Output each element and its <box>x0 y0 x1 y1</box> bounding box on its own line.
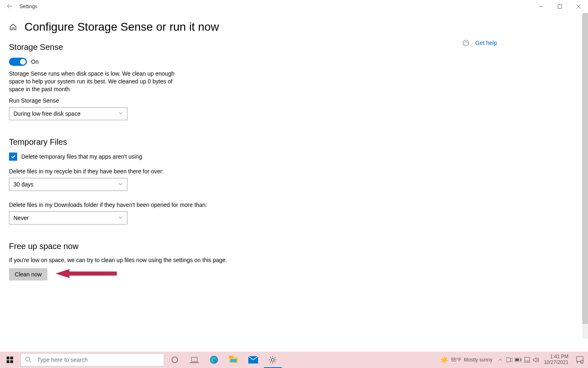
svg-line-24 <box>274 361 275 362</box>
page-title: Configure Storage Sense or run it now <box>24 20 219 34</box>
svg-rect-31 <box>525 357 530 361</box>
storage-sense-toggle-label: On <box>31 58 39 65</box>
search-icon <box>25 356 31 364</box>
temporary-files-heading: Temporary Files <box>9 137 262 147</box>
clock[interactable]: 1:41 PM 10/27/2021 <box>541 354 572 366</box>
home-icon[interactable] <box>9 23 17 31</box>
edge-icon[interactable] <box>204 352 224 368</box>
chevron-down-icon <box>118 181 123 188</box>
svg-rect-11 <box>192 357 197 361</box>
start-button[interactable] <box>0 352 20 368</box>
svg-rect-5 <box>7 357 9 359</box>
svg-rect-16 <box>230 359 237 362</box>
svg-line-25 <box>274 357 275 358</box>
svg-rect-29 <box>521 359 521 361</box>
storage-sense-heading: Storage Sense <box>9 43 262 52</box>
task-view-icon[interactable] <box>185 352 204 368</box>
chevron-down-icon <box>118 215 123 221</box>
settings-taskbar-icon[interactable] <box>263 352 283 368</box>
taskbar: ☀️ 55°F Mostly sunny 1:41 PM 10/27/2021 … <box>0 352 588 368</box>
delete-temp-checkbox-label: Delete temporary files that my apps aren… <box>21 153 142 160</box>
tray-overflow-icon[interactable] <box>496 352 505 368</box>
downloads-dropdown[interactable]: Never <box>9 211 127 224</box>
svg-point-4 <box>463 44 464 45</box>
page-header: Configure Storage Sense or run it now <box>9 20 588 34</box>
titlebar: Settings <box>0 0 588 13</box>
maximize-button[interactable] <box>550 0 569 13</box>
clock-time: 1:41 PM <box>544 354 568 360</box>
run-storage-sense-value: During low free disk space <box>13 110 80 117</box>
main-column: Storage Sense On Storage Sense runs when… <box>9 38 262 280</box>
svg-rect-7 <box>7 360 9 363</box>
svg-point-9 <box>26 357 30 361</box>
svg-line-26 <box>270 361 271 362</box>
window-title: Settings <box>20 4 37 9</box>
get-help-link[interactable]: Get help <box>462 39 497 47</box>
volume-icon[interactable] <box>532 352 541 368</box>
svg-rect-8 <box>10 360 13 363</box>
run-storage-sense-dropdown[interactable]: During low free disk space <box>9 107 127 120</box>
svg-rect-0 <box>558 5 562 9</box>
svg-rect-27 <box>506 358 510 362</box>
svg-point-18 <box>272 359 274 361</box>
delete-temp-checkbox[interactable] <box>9 153 17 161</box>
scrollbar[interactable] <box>582 13 588 339</box>
recycle-bin-value: 30 days <box>13 181 33 188</box>
weather-condition: Mostly sunny <box>464 357 492 363</box>
svg-rect-30 <box>515 359 519 361</box>
recycle-bin-label: Delete files in my recycle bin if they h… <box>9 168 262 175</box>
mail-icon[interactable] <box>243 352 263 368</box>
search-box[interactable] <box>20 353 164 366</box>
meet-now-icon[interactable] <box>505 352 514 368</box>
svg-line-23 <box>270 357 271 358</box>
file-explorer-icon[interactable] <box>224 352 243 368</box>
svg-rect-15 <box>229 356 233 358</box>
downloads-label: Delete files in my Downloads folder if t… <box>9 202 262 208</box>
weather-widget[interactable]: ☀️ 55°F Mostly sunny <box>440 356 492 364</box>
close-button[interactable] <box>569 0 588 13</box>
minimize-button[interactable] <box>532 0 550 13</box>
cortana-icon[interactable] <box>165 352 185 368</box>
run-storage-sense-label: Run Storage Sense <box>9 97 262 104</box>
back-button[interactable] <box>0 3 20 11</box>
svg-rect-6 <box>10 357 13 359</box>
svg-point-10 <box>172 357 178 363</box>
free-up-description: If you're low on space, we can try to cl… <box>9 257 262 263</box>
clock-date: 10/27/2021 <box>544 360 568 366</box>
clean-now-button[interactable]: Clean now <box>9 268 47 280</box>
recycle-bin-dropdown[interactable]: 30 days <box>9 178 127 191</box>
weather-temp: 55°F <box>451 357 461 363</box>
chevron-down-icon <box>118 110 123 117</box>
annotation-arrow <box>56 268 117 280</box>
downloads-value: Never <box>13 215 29 221</box>
search-input[interactable] <box>36 356 144 364</box>
storage-sense-toggle[interactable] <box>9 58 27 66</box>
battery-icon[interactable] <box>514 352 523 368</box>
get-help-icon <box>462 39 470 47</box>
get-help-label: Get help <box>475 40 497 46</box>
network-icon[interactable] <box>523 352 532 368</box>
svg-marker-2 <box>56 269 69 278</box>
action-center-icon[interactable]: 1 <box>572 352 588 368</box>
storage-sense-description: Storage Sense runs when disk space is lo… <box>9 70 180 93</box>
weather-icon: ☀️ <box>440 356 448 364</box>
scrollbar-thumb[interactable] <box>582 13 588 324</box>
free-up-heading: Free up space now <box>9 242 262 251</box>
